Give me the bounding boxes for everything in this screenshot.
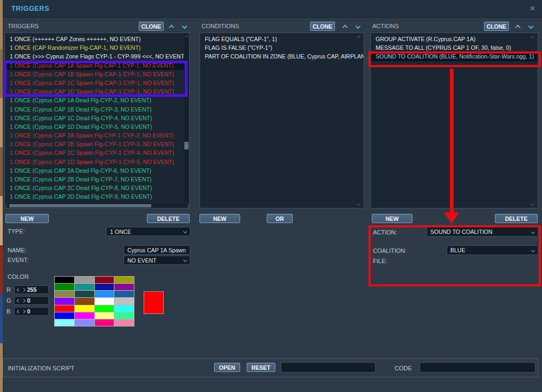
trigger-list-item[interactable]: 1 ONCE (Cyprus CAP 1D Spawn Flg-CYP-1 CY… (5, 158, 189, 166)
palette-swatch[interactable] (95, 298, 114, 304)
close-icon[interactable]: ✕ (530, 4, 535, 12)
actions-list[interactable]: GROUP ACTIVATE (R.Cyprus.CAP 1A)MESSAGE … (370, 32, 538, 208)
conditions-move-up-button[interactable] (340, 23, 350, 31)
trigger-list-item[interactable]: 1 ONCE (Cyprus CAP 1C Dead Flg-CYP-4, NO… (5, 114, 189, 122)
palette-swatch[interactable] (75, 291, 94, 297)
decrement-icon[interactable] (17, 309, 21, 313)
trigger-list-item[interactable]: 1 ONCE (Cyprus CAP 1A Dead Flg-CYP-2, NO… (5, 96, 189, 104)
type-dropdown[interactable]: 1 ONCE (106, 227, 190, 236)
palette-swatch[interactable] (114, 277, 134, 283)
trigger-list-item[interactable]: 1 ONCE (Cyprus CAP 2D Dead Flg-CYP-9, NO… (5, 192, 189, 201)
palette-swatch[interactable] (75, 319, 94, 326)
trigger-list-item[interactable]: 1 ONCE (Cyprus CAP 2A Spawn Flg-CYP-1 CY… (5, 131, 189, 140)
increment-icon[interactable] (22, 298, 25, 302)
event-dropdown[interactable]: NO EVENT (124, 256, 190, 265)
palette-swatch[interactable] (114, 312, 134, 319)
conditions-clone-button[interactable]: CLONE (310, 22, 335, 31)
open-button[interactable]: OPEN (214, 363, 240, 372)
code-input[interactable] (420, 362, 535, 373)
green-channel-stepper[interactable]: 0 (14, 296, 49, 305)
scroll-up-icon[interactable] (182, 32, 191, 41)
action-dropdown[interactable]: SOUND TO COALITION (427, 227, 538, 237)
actions-clone-button[interactable]: CLONE (484, 22, 509, 31)
palette-swatch[interactable] (55, 284, 74, 290)
trigger-list-item[interactable]: 1 ONCE (Cyprus CAP 2C Dead Flg-CYP-8, NO… (5, 184, 189, 192)
palette-swatch[interactable] (75, 305, 94, 312)
decrement-icon[interactable] (17, 288, 21, 291)
palette-swatch[interactable] (95, 284, 114, 290)
triggers-move-down-button[interactable] (179, 22, 189, 30)
palette-swatch[interactable] (95, 312, 114, 319)
trigger-list-item[interactable]: 1 ONCE (>>> Cyprus Zone Flags CYP-1 - CY… (5, 52, 189, 61)
trigger-list-item[interactable]: 1 ONCE (Cyprus CAP 1B Dead Flg-CYP-3, NO… (5, 105, 189, 114)
triggers-hscroll-thumb[interactable] (9, 204, 151, 207)
trigger-list-item[interactable]: 1 ONCE (Cyprus CAP 1D Dead Flg-CYP-5, NO… (5, 122, 189, 131)
increment-icon[interactable] (22, 309, 25, 313)
triggers-move-up-button[interactable] (166, 23, 176, 31)
conditions-new-button[interactable]: NEW (199, 214, 240, 223)
actions-move-down-button[interactable] (526, 22, 535, 30)
coalition-dropdown[interactable]: BLUE (447, 245, 538, 255)
triggers-scroll-thumb[interactable] (184, 142, 189, 149)
actions-delete-button[interactable]: DELETE (495, 214, 538, 223)
trigger-list-item[interactable]: 1 ONCE (Cyprus CAP 2C Spawn Flg-CYP-1 CY… (5, 148, 189, 157)
palette-swatch[interactable] (114, 291, 134, 297)
palette-swatch[interactable] (75, 298, 94, 304)
condition-list-item[interactable]: FLAG IS FALSE ("CYP-1") (200, 43, 364, 52)
scroll-up-icon[interactable] (527, 33, 537, 42)
increment-icon[interactable] (22, 288, 25, 291)
trigger-list-item[interactable]: 1 ONCE (Cyprus CAP 2B Dead Flg-CYP-7, NO… (5, 175, 189, 184)
trigger-list-item[interactable]: 1 ONCE (Cyprus CAP 2B Spawn Flg-CYP-1 CY… (5, 140, 189, 148)
trigger-list-item[interactable]: 1 ONCE (CAP Randomizer Flg-CAP-1, NO EVE… (5, 43, 189, 52)
action-list-item[interactable]: MESSAGE TO ALL (CYPRUS CAP 1 OF, 30, fal… (371, 43, 538, 52)
scroll-up-icon[interactable] (353, 33, 363, 42)
palette-swatch[interactable] (55, 319, 74, 326)
palette-swatch[interactable] (95, 277, 114, 283)
triggers-clone-button[interactable]: CLONE (139, 22, 164, 31)
triggers-list[interactable]: 1 ONCE (++++++ CAP Zones ++++++, NO EVEN… (4, 32, 190, 208)
action-list-item[interactable]: SOUND TO COALITION (BLUE, Notification-S… (371, 52, 538, 61)
palette-swatch[interactable] (95, 291, 114, 297)
color-palette[interactable] (54, 276, 134, 326)
palette-swatch[interactable] (95, 305, 114, 312)
scroll-down-icon[interactable] (353, 199, 363, 208)
actions-move-up-button[interactable] (513, 23, 522, 31)
condition-list-item[interactable]: PART OF COALITION IN ZONE (BLUE, Cyprus … (200, 52, 364, 61)
action-list-item[interactable]: GROUP ACTIVATE (R.Cyprus.CAP 1A) (371, 35, 538, 43)
red-channel-stepper[interactable]: 255 (14, 285, 49, 294)
name-input[interactable]: Cyprus CAP 1A Spawn Flg- (124, 245, 190, 254)
palette-swatch[interactable] (55, 298, 74, 304)
scroll-right-icon[interactable] (183, 201, 192, 210)
reset-button[interactable]: RESET (247, 363, 275, 372)
scroll-down-icon[interactable] (527, 199, 537, 208)
triggers-new-button[interactable]: NEW (5, 214, 49, 223)
trigger-list-item[interactable]: 1 ONCE (Cyprus CAP 1B Spawn Flg-CAP-1 CY… (5, 70, 189, 79)
palette-swatch[interactable] (75, 284, 94, 290)
blue-channel-stepper[interactable]: 0 (14, 307, 49, 316)
palette-swatch[interactable] (75, 312, 94, 319)
palette-swatch[interactable] (55, 305, 74, 312)
palette-swatch[interactable] (55, 312, 74, 319)
trigger-list-item[interactable]: 1 ONCE (Cyprus CAP 1A Spawn Flg-CAP-1 CY… (5, 61, 189, 70)
trigger-list-item[interactable]: 1 ONCE (Cyprus CAP 1D Spawn Flg-CAP-1 CY… (5, 87, 189, 96)
conditions-or-button[interactable]: OR (267, 214, 293, 223)
triggers-vertical-scrollbar[interactable] (184, 34, 189, 207)
palette-swatch[interactable] (114, 298, 134, 304)
trigger-list-item[interactable]: 1 ONCE (Cyprus CAP 2A Dead Flg-CYP-6, NO… (5, 166, 189, 175)
palette-swatch[interactable] (75, 277, 94, 283)
palette-swatch[interactable] (114, 305, 134, 312)
trigger-list-item[interactable]: 1 ONCE (Cyprus CAP 1C Spawn Flg-CAP-1 CY… (5, 79, 189, 87)
palette-swatch[interactable] (55, 277, 74, 283)
trigger-list-item[interactable]: 1 ONCE (++++++ CAP Zones ++++++, NO EVEN… (5, 35, 189, 43)
decrement-icon[interactable] (17, 298, 21, 302)
triggers-delete-button[interactable]: DELETE (147, 214, 190, 223)
palette-swatch[interactable] (95, 319, 114, 326)
condition-list-item[interactable]: FLAG EQUALS ("CAP-1", 1) (200, 35, 364, 43)
actions-new-button[interactable]: NEW (372, 214, 412, 223)
palette-swatch[interactable] (114, 319, 134, 326)
palette-swatch[interactable] (114, 284, 134, 290)
conditions-move-down-button[interactable] (353, 22, 363, 30)
palette-swatch[interactable] (55, 291, 74, 297)
script-file-input[interactable] (281, 362, 376, 373)
conditions-list[interactable]: FLAG EQUALS ("CAP-1", 1)FLAG IS FALSE ("… (199, 32, 364, 208)
